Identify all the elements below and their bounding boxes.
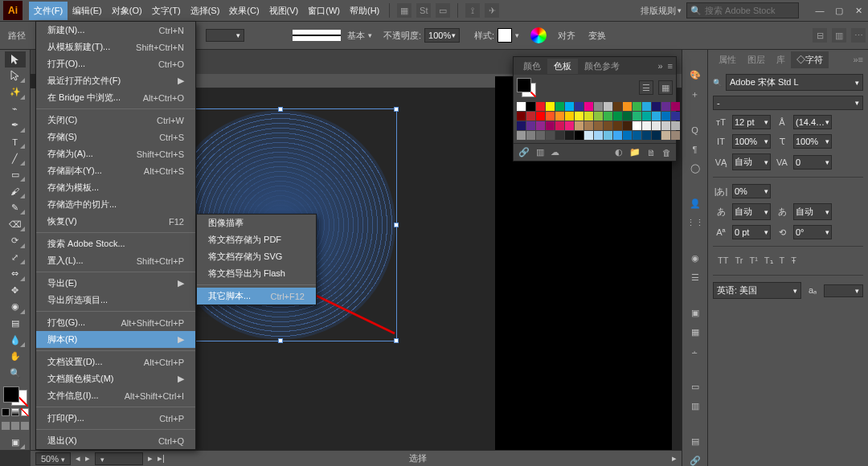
panel-tab[interactable]: 库 <box>771 51 791 68</box>
swatch[interactable] <box>594 102 603 111</box>
swatch[interactable] <box>633 102 641 111</box>
menu-item[interactable]: 存储副本(Y)...Alt+Ctrl+S <box>36 162 195 179</box>
swatch[interactable] <box>536 121 545 130</box>
swatch[interactable] <box>584 102 593 111</box>
swatch[interactable] <box>526 121 535 130</box>
font-style[interactable]: -▾ <box>713 96 863 110</box>
swatch[interactable] <box>555 102 564 111</box>
swatch[interactable] <box>526 112 535 121</box>
menu-item[interactable]: 脚本(R)▶ <box>36 331 195 348</box>
menu-item[interactable]: 在 Bridge 中浏览...Alt+Ctrl+O <box>36 89 195 106</box>
swatch[interactable] <box>604 102 612 111</box>
transform-icon[interactable]: ▦ <box>687 326 703 337</box>
leading[interactable]: (14.4…▾ <box>793 115 832 129</box>
arrange-icon[interactable]: ▭ <box>436 3 450 18</box>
glyph-o-icon[interactable]: ◯ <box>687 163 703 174</box>
swatch[interactable] <box>565 121 574 130</box>
menu-item[interactable]: 最近打开的文件(F)▶ <box>36 72 195 89</box>
swatch[interactable] <box>671 121 680 130</box>
swatch[interactable] <box>594 112 603 121</box>
chevron-down-icon[interactable]: ▾ <box>678 6 682 14</box>
nav-next[interactable]: ▸ <box>148 453 153 464</box>
swatch[interactable] <box>536 131 545 140</box>
menu-item[interactable]: 打包(G)...Alt+Shift+Ctrl+P <box>36 314 195 331</box>
shape-builder-tool[interactable]: ◉ <box>5 299 26 315</box>
swatch-trash-icon[interactable]: 🗑 <box>662 148 671 157</box>
menu-文件(F)[interactable]: 文件(F) <box>29 2 68 20</box>
stroke-weight[interactable]: ▾ <box>206 29 244 42</box>
menu-item[interactable]: 存储为模板... <box>36 179 195 196</box>
char-rotation[interactable]: 0°▾ <box>793 225 832 239</box>
nav-prev[interactable]: ◂ <box>76 453 80 464</box>
menu-效果(C)[interactable]: 效果(C) <box>224 2 264 20</box>
swatch[interactable] <box>555 121 564 130</box>
menu-item[interactable]: 将文档导出为 Flash <box>197 265 316 282</box>
menu-item[interactable]: 文档设置(D)...Alt+Ctrl+P <box>36 354 195 370</box>
close-button[interactable]: ✕ <box>849 6 868 16</box>
menu-编辑(E)[interactable]: 编辑(E) <box>68 2 107 20</box>
menu-item[interactable]: 打印(P)...Ctrl+P <box>36 410 195 427</box>
list-view-icon[interactable]: ☰ <box>639 80 653 95</box>
gradient-mode[interactable] <box>11 408 19 416</box>
swatch[interactable] <box>604 112 612 121</box>
more-icon[interactable]: ⋯ <box>851 28 866 43</box>
menu-item[interactable]: 图像描摹 <box>197 215 316 231</box>
swatch-lib-icon[interactable]: 🔗 <box>518 147 530 157</box>
graphic-style[interactable] <box>497 28 512 43</box>
panel-menu-icon[interactable]: ≡ <box>668 61 673 71</box>
kerning[interactable]: 自动▾ <box>732 153 771 170</box>
swatch[interactable] <box>565 112 574 121</box>
swatch[interactable] <box>565 102 574 111</box>
swatch[interactable] <box>584 131 593 140</box>
add-panel-icon[interactable]: ＋ <box>687 88 703 100</box>
text-case-button[interactable]: TT <box>718 255 728 266</box>
scale-tool[interactable]: ⤢ <box>5 250 26 266</box>
magic-wand-tool[interactable]: ✨ <box>5 84 26 100</box>
menu-窗口(W)[interactable]: 窗口(W) <box>303 2 345 20</box>
menu-item[interactable]: 存储(S)Ctrl+S <box>36 129 195 145</box>
panel-tab[interactable]: 属性 <box>713 51 742 68</box>
stroke-icon[interactable]: ☰ <box>687 272 703 284</box>
swatch[interactable] <box>623 112 632 121</box>
align-icon[interactable]: ⫠ <box>687 345 703 357</box>
appearance-icon[interactable]: ◉ <box>687 253 703 264</box>
swatch[interactable] <box>565 131 574 140</box>
swatch[interactable] <box>584 112 593 121</box>
menu-item[interactable]: 将文档存储为 PDF <box>197 231 316 248</box>
bullets-icon[interactable]: ⋮⋮ <box>687 218 703 229</box>
swatch-group-icon[interactable]: 📁 <box>629 147 641 157</box>
swatch[interactable] <box>623 102 632 111</box>
menu-item[interactable]: 从模板新建(T)...Shift+Ctrl+N <box>36 39 195 55</box>
swatch[interactable] <box>604 131 612 140</box>
artboards-icon[interactable]: ▭ <box>687 381 703 392</box>
bridge-icon[interactable]: ▦ <box>397 3 411 18</box>
swatch[interactable] <box>575 121 583 130</box>
panel-collapse-icon[interactable]: » <box>657 61 662 71</box>
menu-视图(V)[interactable]: 视图(V) <box>264 2 304 20</box>
stock-icon[interactable]: St <box>416 3 431 18</box>
swatch-tab[interactable]: 颜色参考 <box>578 59 626 74</box>
draw-behind[interactable] <box>11 422 19 430</box>
swatch[interactable] <box>642 112 651 121</box>
align-link[interactable]: 对齐 <box>558 30 575 42</box>
text-case-button[interactable]: T₁ <box>764 255 773 266</box>
swatch[interactable] <box>642 121 651 130</box>
color-mode[interactable] <box>2 408 10 416</box>
menu-选择(S)[interactable]: 选择(S) <box>186 2 225 20</box>
font-size[interactable]: 12 pt▾ <box>732 115 771 129</box>
swatch[interactable] <box>594 131 603 140</box>
swatch[interactable] <box>526 131 535 140</box>
mask-icon[interactable]: ▥ <box>832 28 846 43</box>
width-tool[interactable]: ⇔ <box>5 266 26 282</box>
lasso-tool[interactable]: ⌁ <box>5 101 26 117</box>
swatch[interactable] <box>661 112 670 121</box>
type-tool[interactable]: T <box>5 134 26 150</box>
text-case-button[interactable]: Tr <box>735 255 743 266</box>
swatch[interactable] <box>652 102 661 111</box>
language[interactable]: 英语: 美国▾ <box>713 282 801 299</box>
swatch[interactable] <box>642 102 651 111</box>
rocket-icon[interactable]: ✈ <box>485 3 499 18</box>
menu-帮助(H)[interactable]: 帮助(H) <box>345 2 384 20</box>
menu-对象(O)[interactable]: 对象(O) <box>107 2 147 20</box>
swatch-libraries-icon[interactable]: ▥ <box>536 147 544 157</box>
